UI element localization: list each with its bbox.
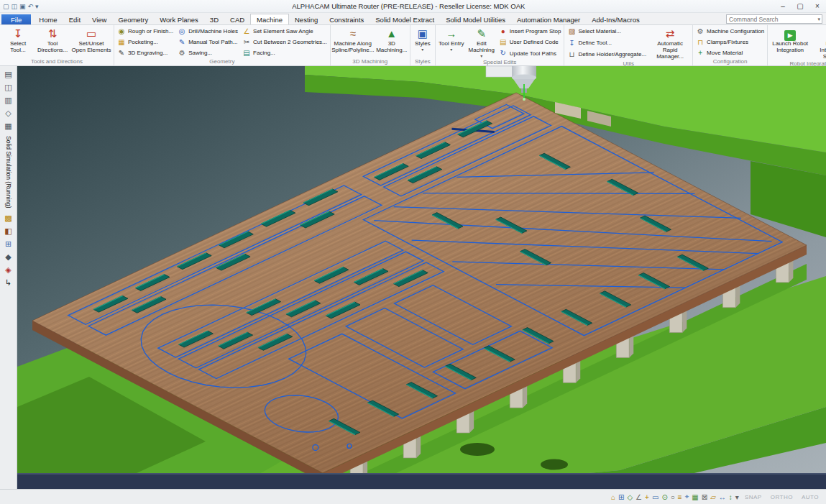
user-defined-code-button[interactable]: ▤ User Defined Code — [497, 37, 563, 47]
quick-access-options-icon[interactable]: ▾ — [35, 3, 39, 10]
select-mode-icon[interactable]: ◇ — [5, 109, 11, 118]
drill-machine-holes-button[interactable]: ◎ Drill/Machine Holes — [176, 26, 239, 37]
pocketing-icon: ▦ — [117, 38, 126, 47]
move-material-button[interactable]: + Move Material — [694, 47, 766, 58]
tab-solid-model-utilities[interactable]: Solid Model Utilities — [440, 14, 511, 24]
horizontal-lock-icon[interactable]: ↔ — [719, 493, 726, 501]
mesh-icon[interactable]: ▦ — [692, 493, 698, 501]
command-search-input[interactable] — [727, 16, 817, 23]
pocketing-button[interactable]: ▦ Pocketing... — [116, 37, 175, 47]
rough-or-finish-button[interactable]: ◉ Rough or Finish... — [116, 26, 175, 37]
stop-simulation-icon[interactable]: ◈ — [5, 265, 11, 275]
cut-between-2-geometries-button[interactable]: ✂ Cut Between 2 Geometries... — [241, 37, 329, 47]
tab-home[interactable]: Home — [33, 14, 63, 24]
minimize-button[interactable]: – — [774, 2, 791, 10]
tab-edit[interactable]: Edit — [63, 14, 86, 24]
3d-engraving-button[interactable]: ✎ 3D Engraving... — [116, 47, 175, 58]
define-tool-button[interactable]: ↧ Define Tool... — [566, 37, 648, 48]
tool-entry-button[interactable]: → Tool Entry ▾ — [437, 26, 466, 59]
tool-directions-button[interactable]: ⇅ Tool Directions... — [36, 26, 69, 58]
group-robot-integration: ▶ Launch Robot Integration ⚙ Robot Integ… — [768, 25, 826, 65]
tab-constraints[interactable]: Constraints — [323, 14, 370, 24]
styles-button[interactable]: ▣ Styles ▾ — [412, 26, 433, 58]
machine-configuration-button[interactable]: ⚙ Machine Configuration — [694, 26, 766, 37]
update-tool-paths-button[interactable]: ↻ Update Tool Paths — [497, 48, 563, 59]
rapid-manager-icon: ⇄ — [666, 27, 675, 40]
new-file-icon[interactable]: ▢ — [3, 3, 9, 10]
3d-engraving-label: 3D Engraving... — [128, 50, 168, 56]
select-tool-button[interactable]: ↧ Select Tool... — [1, 26, 35, 58]
select-material-button[interactable]: ▨ Select Material... — [566, 26, 648, 37]
center-snap-icon[interactable]: ⊙ — [661, 493, 667, 501]
tab-nesting[interactable]: Nesting — [289, 14, 323, 24]
group-label-special-edits: Special Edits — [437, 59, 563, 66]
intersection-snap-icon[interactable]: ⊠ — [702, 493, 707, 501]
parallel-snap-icon[interactable]: ▱ — [710, 493, 716, 501]
open-file-icon[interactable]: ◫ — [12, 3, 18, 10]
tab-automation-manager[interactable]: Automation Manager — [511, 14, 586, 24]
tab-3d[interactable]: 3D — [204, 14, 224, 24]
tab-geometry[interactable]: Geometry — [112, 14, 154, 24]
layers-icon[interactable]: ◫ — [4, 83, 12, 92]
statusbar-options-icon[interactable]: ▾ — [735, 493, 739, 501]
midpoint-snap-icon[interactable]: + — [645, 493, 649, 501]
sawing-button[interactable]: ⚙ Sawing... — [176, 47, 239, 58]
launch-robot-integration-button[interactable]: ▶ Launch Robot Integration — [769, 26, 811, 60]
save-icon[interactable]: ▣ — [19, 3, 26, 10]
auto-toggle[interactable]: AUTO — [799, 493, 822, 501]
angle-snap-icon[interactable]: ∠ — [635, 493, 642, 501]
automatic-rapid-manager-button[interactable]: ⇄ Automatic Rapid Manager... — [649, 26, 691, 60]
machine-along-spline-button[interactable]: ≈ Machine Along Spline/Polyline... — [332, 26, 374, 58]
tab-file[interactable]: File — [1, 14, 31, 24]
insert-program-stop-label: Insert Program Stop — [510, 28, 561, 35]
undo-icon[interactable]: ↶ — [28, 3, 34, 10]
grid-icon[interactable]: ▦ — [4, 122, 12, 131]
manual-tool-path-button[interactable]: ✎ Manual Tool Path... — [176, 37, 239, 47]
solid-view-icon[interactable]: ◆ — [5, 252, 11, 262]
window-title: ALPHACAM Ultimate Router (PRE-RELEASE) -… — [43, 2, 774, 10]
statusbar-icons: ⌂⊞◇∠+▭⊙○≡⌖▦⊠▱↔↕▾ — [611, 492, 739, 501]
group-utils: ▨ Select Material... ↧ Define Tool... ⊔ … — [564, 25, 693, 65]
3d-machining-label: 3D Machining... — [376, 41, 408, 54]
tab-solid-model-extract[interactable]: Solid Model Extract — [370, 14, 440, 24]
circle-snap-icon[interactable]: ○ — [671, 493, 675, 501]
tab-work-planes[interactable]: Work Planes — [154, 14, 204, 24]
tab-cad[interactable]: CAD — [224, 14, 250, 24]
target-snap-icon[interactable]: ⌖ — [685, 492, 689, 501]
clamps-fixtures-button[interactable]: ⊓ Clamps/Fixtures — [694, 37, 766, 47]
return-arrow-icon[interactable]: ↳ — [5, 278, 12, 288]
set-unset-open-elements-button[interactable]: ▭ Set/Unset Open Elements — [70, 26, 112, 58]
close-button[interactable]: × — [809, 2, 826, 10]
rectangle-snap-icon[interactable]: ▭ — [652, 493, 658, 501]
3d-engraving-icon: ✎ — [117, 49, 126, 58]
search-caret-icon[interactable]: ▾ — [817, 17, 822, 22]
tab-add-ins-macros[interactable]: Add-Ins/Macros — [586, 14, 646, 24]
home-view-icon[interactable]: ⌂ — [611, 493, 615, 501]
define-holder-aggregate-button[interactable]: ⊔ Define Holder/Aggregate... — [566, 49, 648, 60]
drill-machine-holes-icon: ◎ — [178, 27, 186, 36]
display-options-icon[interactable]: ▥ — [4, 96, 12, 105]
insert-program-stop-button[interactable]: ● Insert Program Stop — [497, 26, 563, 37]
robot-integration-settings-button[interactable]: ⚙ Robot Integration Settings — [812, 26, 826, 60]
endpoint-snap-icon[interactable]: ◇ — [627, 493, 633, 501]
3d-machining-button[interactable]: ▲ 3D Machining... — [375, 26, 408, 58]
views-icon[interactable]: ▤ — [4, 70, 12, 79]
open-elements-icon: ▭ — [86, 27, 96, 40]
edit-machining-button[interactable]: ✎ Edit Machining ▾ — [467, 26, 496, 59]
group-special-edits: → Tool Entry ▾ ✎ Edit Machining ▾ ● Inse… — [436, 25, 565, 65]
half-section-icon[interactable]: ◧ — [4, 226, 12, 236]
add-view-icon[interactable]: ⊞ — [5, 239, 12, 249]
material-view-icon[interactable]: ▩ — [4, 214, 12, 223]
vertical-lock-icon[interactable]: ↕ — [729, 493, 733, 501]
maximize-button[interactable]: ▢ — [791, 2, 809, 10]
set-element-saw-angle-button[interactable]: ∠ Set Element Saw Angle — [241, 26, 329, 37]
tab-view[interactable]: View — [86, 14, 112, 24]
tab-machine[interactable]: Machine — [250, 14, 289, 24]
ortho-toggle[interactable]: ORTHO — [768, 493, 796, 501]
holder-icon: ⊔ — [567, 50, 576, 59]
snap-toggle[interactable]: SNAP — [742, 493, 765, 501]
grid-snap-icon[interactable]: ⊞ — [618, 493, 624, 501]
machine-3d-viewport[interactable] — [17, 66, 826, 489]
facing-button[interactable]: ▤ Facing... — [241, 47, 329, 58]
list-icon[interactable]: ≡ — [678, 493, 682, 501]
